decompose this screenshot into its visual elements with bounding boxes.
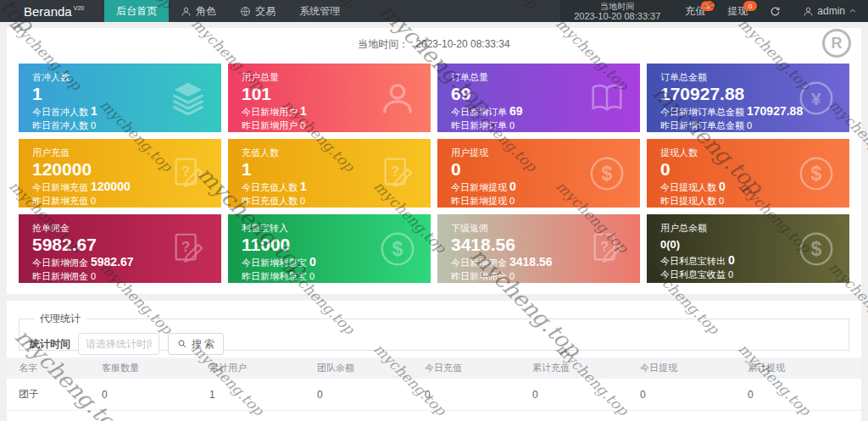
menu-item-dashboard[interactable]: 后台首页 xyxy=(104,0,169,22)
card-yesterday-line: 昨日新增充值0 xyxy=(32,196,208,207)
stat-card: 用户充值120000今日新增充值120000昨日新增充值0? xyxy=(19,139,221,208)
card-yesterday-line: 昨日新增利息宝0 xyxy=(242,271,417,282)
dollar-circle-icon: $ xyxy=(378,230,417,269)
card-yesterday-line: 昨日充值人数0 xyxy=(242,196,417,207)
search-button[interactable]: 搜 索 xyxy=(168,333,224,355)
globe-icon xyxy=(240,6,251,17)
search-icon xyxy=(177,339,187,349)
menu-item-label: 后台首页 xyxy=(116,4,157,19)
refresh-button[interactable] xyxy=(759,0,792,22)
current-time: 当地时间：2023-10-20 08:33:34 xyxy=(7,28,861,52)
stat-card: 用户总量101今日新增用户1昨日新增用户0 xyxy=(228,64,431,132)
current-time-label: 当地时间： xyxy=(358,38,409,50)
stat-card: 提现人数0今日提现人数0昨日提现人数0$ xyxy=(647,139,849,208)
value-cell: 0 xyxy=(640,379,748,411)
column-header: 客服数量 xyxy=(102,357,209,379)
stats-panel: 当地时间：2023-10-20 08:33:34 R 商城统计 首冲人数1今日首… xyxy=(7,28,861,294)
app-logo[interactable]: BerandaV20 xyxy=(0,0,104,22)
layers-icon xyxy=(169,79,208,118)
menu-item-trade[interactable]: 交易 xyxy=(228,0,287,22)
card-yesterday-line: 昨日新增佣金0 xyxy=(451,271,626,282)
card-yesterday-line: 昨日新增提现0 xyxy=(451,196,626,207)
stat-cards-grid: 首冲人数1今日首冲人数1昨日首冲人数0用户总量101今日新增用户1昨日新增用户0… xyxy=(19,64,849,283)
navbar-right: 当地时间 2023-10-20 08:33:37 充值 0 提现 0 admin xyxy=(560,0,868,22)
admin-label: admin xyxy=(817,5,845,17)
stat-card: 首冲人数1今日首冲人数1昨日首冲人数0 xyxy=(19,64,221,132)
document-edit-icon: ? xyxy=(169,154,208,193)
refresh-icon xyxy=(770,6,781,17)
current-time-value: 2023-10-20 08:33:34 xyxy=(415,38,509,50)
card-yesterday-line: 昨日首冲人数0 xyxy=(32,120,208,131)
dollar-circle-icon: $ xyxy=(797,230,836,269)
value-cell: 0 xyxy=(317,411,425,421)
local-time-label: 当地时间 xyxy=(574,2,660,11)
stat-card: 订单总金额170927.88今日新增订单总金额170927.88昨日新增订单总金… xyxy=(647,64,849,132)
stat-card: 用户提现0今日新增提现0昨日新增提现0$ xyxy=(437,139,640,208)
stat-card: 订单总量69今日新增订单69昨日新增订单0 xyxy=(437,64,640,132)
svg-text:?: ? xyxy=(181,238,190,253)
search-button-label: 搜 索 xyxy=(192,337,214,352)
card-yesterday-line: 昨日新增用户0 xyxy=(242,120,417,131)
withdraw-link[interactable]: 提现 0 xyxy=(716,0,759,22)
svg-text:$: $ xyxy=(602,162,613,184)
card-yesterday-line: 昨日新增订单0 xyxy=(451,120,626,131)
local-time-value: 2023-10-20 08:33:37 xyxy=(574,12,660,21)
agent-table-head: 名字客服数量累计用户团队余额今日充值累计充值今日提现累计提现 xyxy=(7,357,861,379)
column-header: 团队余额 xyxy=(317,357,425,379)
admin-menu[interactable]: admin xyxy=(792,0,868,22)
value-cell: 0 xyxy=(748,379,861,411)
document-edit-icon: ? xyxy=(378,154,417,193)
main-menu: 后台首页角色交易系统管理 xyxy=(104,0,352,22)
app-logo-version: V20 xyxy=(74,5,84,11)
svg-text:$: $ xyxy=(811,237,822,259)
agent-panel: 代理统计 统计时间 搜 索 名字客服数量累计用户团队余额今日充值累计充值今日提现… xyxy=(7,301,861,421)
svg-text:?: ? xyxy=(391,163,399,178)
value-cell: 0 xyxy=(102,379,209,411)
table-row: 小义0100000 xyxy=(7,411,861,421)
svg-text:?: ? xyxy=(600,238,609,253)
document-edit-icon: ? xyxy=(587,230,626,269)
agent-name-cell: 团子 xyxy=(7,379,102,411)
menu-item-system[interactable]: 系统管理 xyxy=(287,0,352,22)
recharge-link[interactable]: 充值 0 xyxy=(674,0,716,22)
user-icon xyxy=(181,6,192,17)
book-icon xyxy=(587,79,626,118)
value-cell: 0 xyxy=(102,411,209,421)
agent-section-title: 代理统计 xyxy=(35,312,86,326)
stat-card: 抢单佣金5982.67今日新增佣金5982.67昨日新增佣金0? xyxy=(19,214,221,283)
value-cell: 0 xyxy=(532,379,640,411)
card-yesterday-line: 今日利息宝收益0 xyxy=(660,269,836,280)
dollar-circle-icon: $ xyxy=(587,154,626,193)
svg-text:?: ? xyxy=(181,163,190,178)
menu-item-role[interactable]: 角色 xyxy=(169,0,228,22)
menu-item-label: 系统管理 xyxy=(299,4,340,19)
stat-card: 利息宝转入11000今日新增利息宝0昨日新增利息宝0$ xyxy=(228,214,431,283)
agent-filter-row: 统计时间 搜 索 xyxy=(30,333,838,355)
yen-circle-icon: ¥ xyxy=(797,79,836,118)
value-cell: 0 xyxy=(425,411,532,421)
value-cell: 0 xyxy=(640,411,748,421)
value-cell: 0 xyxy=(425,379,532,411)
value-cell: 0 xyxy=(748,411,861,421)
app-logo-text: Beranda xyxy=(24,4,72,19)
agent-name-cell: 小义 xyxy=(7,411,102,421)
recharge-badge: 0 xyxy=(701,1,715,11)
agent-table-body: 团子0100000小义0100000小洋0100000 xyxy=(7,379,861,421)
menu-item-label: 交易 xyxy=(255,4,275,19)
registered-logo: R xyxy=(822,29,851,58)
svg-text:$: $ xyxy=(811,162,822,184)
stat-time-input[interactable] xyxy=(78,333,159,355)
table-row: 团子0100000 xyxy=(7,379,861,411)
chevron-up-icon xyxy=(849,7,857,15)
card-yesterday-line: 昨日提现人数0 xyxy=(660,196,836,207)
column-header: 累计充值 xyxy=(532,357,640,379)
stat-time-label: 统计时间 xyxy=(30,337,70,352)
top-navbar: BerandaV20 后台首页角色交易系统管理 当地时间 2023-10-20 … xyxy=(0,0,868,22)
dollar-circle-icon: $ xyxy=(797,154,836,193)
stat-card: 下级返佣3418.56今日新增佣金3418.56昨日新增佣金0? xyxy=(437,214,640,283)
column-header: 累计用户 xyxy=(209,357,317,379)
column-header: 今日充值 xyxy=(425,357,532,379)
value-cell: 1 xyxy=(209,411,317,421)
document-edit-icon: ? xyxy=(169,230,208,269)
user-icon xyxy=(803,6,814,17)
